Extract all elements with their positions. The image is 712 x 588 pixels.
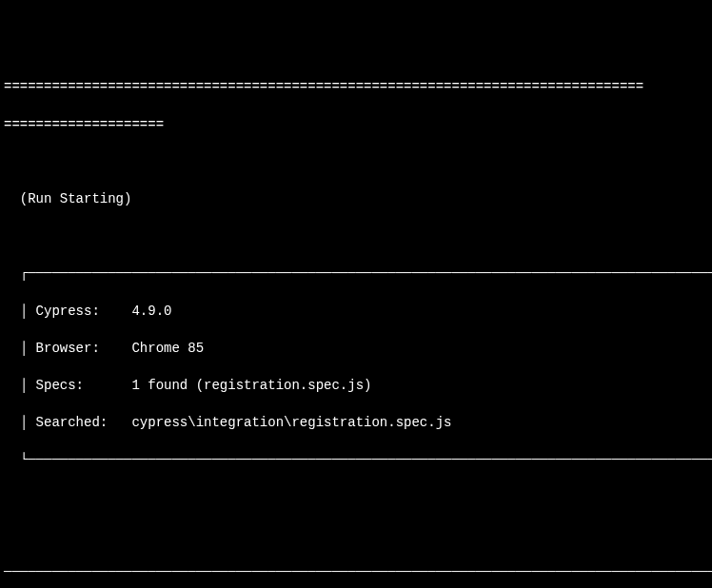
divider-line: ==================== [4,116,708,135]
box-border-bottom: └───────────────────────────────────────… [4,451,708,470]
blank-line [4,526,708,545]
blank-line [4,227,708,246]
run-starting-label: (Run Starting) [4,190,708,209]
info-row-searched: │ Searched: cypress\integration\registra… [4,414,708,433]
info-row-specs: │ Specs: 1 found (registration.spec.js) … [4,377,708,396]
blank-line [4,488,708,507]
box-border-top: ┌───────────────────────────────────────… [4,265,708,284]
horizontal-rule: ────────────────────────────────────────… [4,563,708,582]
info-row-cypress: │ Cypress: 4.9.0 │ [4,303,708,322]
divider-line: ========================================… [4,78,708,97]
info-row-browser: │ Browser: Chrome 85 │ [4,340,708,359]
blank-line [4,153,708,172]
